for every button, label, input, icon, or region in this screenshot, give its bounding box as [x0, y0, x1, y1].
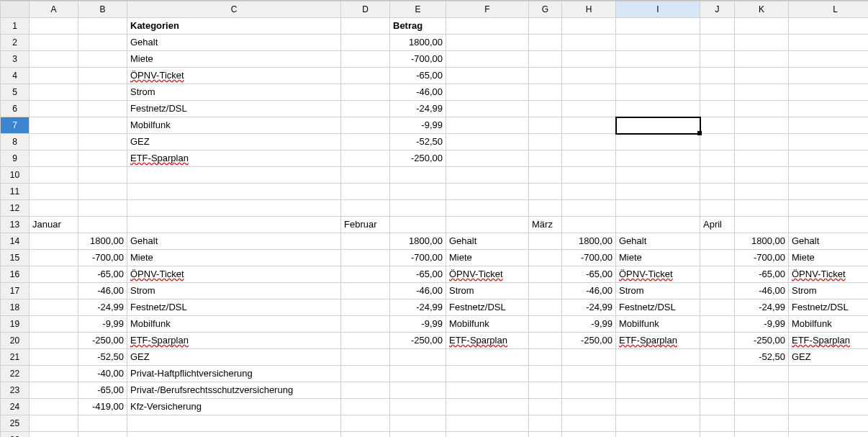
cell-B5[interactable] [78, 84, 127, 101]
cell-I4[interactable] [616, 68, 700, 84]
cell-D5[interactable] [341, 84, 390, 101]
cell-E1[interactable]: Betrag [390, 18, 446, 35]
cell-D19[interactable] [341, 316, 390, 333]
cell-F10[interactable] [446, 167, 529, 184]
cell-B17[interactable]: -46,00 [78, 283, 127, 299]
cell-D18[interactable] [341, 299, 390, 316]
cell-K18[interactable]: -24,99 [735, 299, 789, 316]
cell-F20[interactable]: ETF-Sparplan [446, 333, 529, 349]
cell-H4[interactable] [562, 68, 616, 84]
cell-J25[interactable] [700, 415, 735, 432]
cell-F8[interactable] [446, 134, 529, 150]
row-header-22[interactable]: 22 [1, 366, 30, 382]
cell-D10[interactable] [341, 167, 390, 184]
cell-A24[interactable] [30, 399, 78, 415]
cell-G5[interactable] [529, 84, 562, 101]
cell-I2[interactable] [616, 35, 700, 51]
col-header-L[interactable]: L [789, 1, 869, 18]
cell-H25[interactable] [562, 415, 616, 432]
cell-A20[interactable] [30, 333, 78, 349]
cell-I24[interactable] [616, 399, 700, 415]
cell-J15[interactable] [700, 250, 735, 266]
row-header-21[interactable]: 21 [1, 349, 30, 366]
cell-J2[interactable] [700, 35, 735, 51]
cell-H18[interactable]: -24,99 [562, 299, 616, 316]
cell-H22[interactable] [562, 366, 616, 382]
cell-F7[interactable] [446, 117, 529, 134]
cell-K25[interactable] [735, 415, 789, 432]
cell-H13[interactable] [562, 217, 616, 233]
cell-L6[interactable] [789, 101, 869, 117]
cell-D6[interactable] [341, 101, 390, 117]
cell-K20[interactable]: -250,00 [735, 333, 789, 349]
cell-F3[interactable] [446, 51, 529, 68]
cell-D26[interactable] [341, 432, 390, 438]
cell-F25[interactable] [446, 415, 529, 432]
cell-J4[interactable] [700, 68, 735, 84]
cell-L26[interactable] [789, 432, 869, 438]
cell-I16[interactable]: ÖPNV-Ticket [616, 266, 700, 283]
cell-H21[interactable] [562, 349, 616, 366]
cell-L11[interactable] [789, 184, 869, 200]
cell-E14[interactable]: 1800,00 [390, 233, 446, 250]
cell-A5[interactable] [30, 84, 78, 101]
cell-H2[interactable] [562, 35, 616, 51]
cell-A16[interactable] [30, 266, 78, 283]
cell-A23[interactable] [30, 382, 78, 399]
cell-D22[interactable] [341, 366, 390, 382]
cell-L15[interactable]: Miete [789, 250, 869, 266]
cell-J20[interactable] [700, 333, 735, 349]
cell-I20[interactable]: ETF-Sparplan [616, 333, 700, 349]
cell-J1[interactable] [700, 18, 735, 35]
cell-J13[interactable]: April [700, 217, 735, 233]
cell-H26[interactable] [562, 432, 616, 438]
cell-J19[interactable] [700, 316, 735, 333]
cell-A21[interactable] [30, 349, 78, 366]
cell-L13[interactable] [789, 217, 869, 233]
col-header-K[interactable]: K [735, 1, 789, 18]
cell-E2[interactable]: 1800,00 [390, 35, 446, 51]
cell-B9[interactable] [78, 150, 127, 167]
cell-G2[interactable] [529, 35, 562, 51]
cell-H11[interactable] [562, 184, 616, 200]
cell-I3[interactable] [616, 51, 700, 68]
cell-C24[interactable]: Kfz-Versicherung [127, 399, 341, 415]
cell-K26[interactable] [735, 432, 789, 438]
row-header-15[interactable]: 15 [1, 250, 30, 266]
cell-E16[interactable]: -65,00 [390, 266, 446, 283]
col-header-C[interactable]: C [127, 1, 341, 18]
cell-I18[interactable]: Festnetz/DSL [616, 299, 700, 316]
row-header-8[interactable]: 8 [1, 134, 30, 150]
cell-E9[interactable]: -250,00 [390, 150, 446, 167]
row-header-20[interactable]: 20 [1, 333, 30, 349]
cell-J9[interactable] [700, 150, 735, 167]
cell-J21[interactable] [700, 349, 735, 366]
cell-I15[interactable]: Miete [616, 250, 700, 266]
cell-D17[interactable] [341, 283, 390, 299]
cell-A4[interactable] [30, 68, 78, 84]
cell-F4[interactable] [446, 68, 529, 84]
cell-H20[interactable]: -250,00 [562, 333, 616, 349]
col-header-G[interactable]: G [529, 1, 562, 18]
col-header-H[interactable]: H [562, 1, 616, 18]
cell-I17[interactable]: Strom [616, 283, 700, 299]
cell-K10[interactable] [735, 167, 789, 184]
cell-I22[interactable] [616, 366, 700, 382]
cell-D16[interactable] [341, 266, 390, 283]
cell-A9[interactable] [30, 150, 78, 167]
cell-L21[interactable]: GEZ [789, 349, 869, 366]
cell-H3[interactable] [562, 51, 616, 68]
cell-D9[interactable] [341, 150, 390, 167]
row-header-14[interactable]: 14 [1, 233, 30, 250]
cell-K15[interactable]: -700,00 [735, 250, 789, 266]
cell-B11[interactable] [78, 184, 127, 200]
row-header-2[interactable]: 2 [1, 35, 30, 51]
row-header-6[interactable]: 6 [1, 101, 30, 117]
col-header-J[interactable]: J [700, 1, 735, 18]
cell-C19[interactable]: Mobilfunk [127, 316, 341, 333]
row-header-17[interactable]: 17 [1, 283, 30, 299]
cell-J10[interactable] [700, 167, 735, 184]
cell-J11[interactable] [700, 184, 735, 200]
cell-L14[interactable]: Gehalt [789, 233, 869, 250]
col-header-A[interactable]: A [30, 1, 78, 18]
